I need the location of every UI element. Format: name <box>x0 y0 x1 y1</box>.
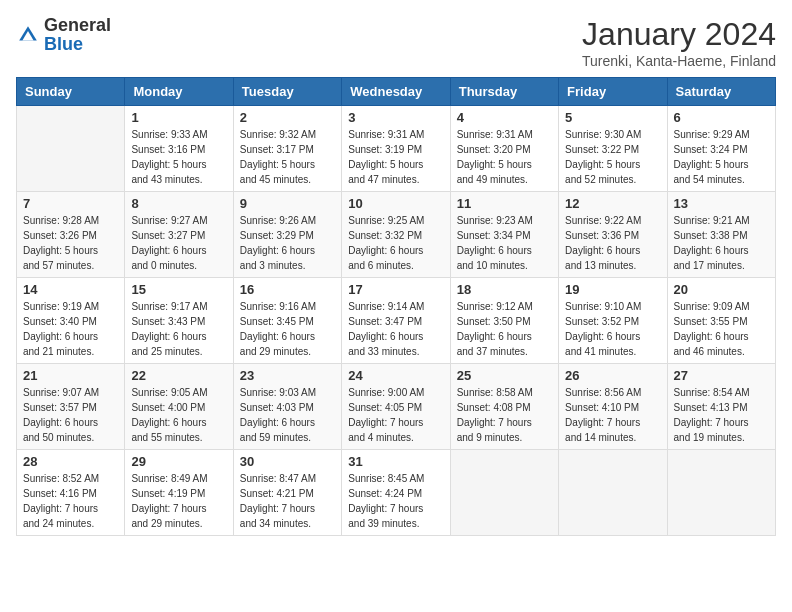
calendar-cell: 15Sunrise: 9:17 AMSunset: 3:43 PMDayligh… <box>125 278 233 364</box>
day-info: Sunrise: 9:10 AMSunset: 3:52 PMDaylight:… <box>565 299 660 359</box>
calendar-cell: 26Sunrise: 8:56 AMSunset: 4:10 PMDayligh… <box>559 364 667 450</box>
calendar-week-row: 28Sunrise: 8:52 AMSunset: 4:16 PMDayligh… <box>17 450 776 536</box>
day-info: Sunrise: 9:29 AMSunset: 3:24 PMDaylight:… <box>674 127 769 187</box>
calendar-cell: 11Sunrise: 9:23 AMSunset: 3:34 PMDayligh… <box>450 192 558 278</box>
day-info: Sunrise: 9:22 AMSunset: 3:36 PMDaylight:… <box>565 213 660 273</box>
day-info: Sunrise: 9:33 AMSunset: 3:16 PMDaylight:… <box>131 127 226 187</box>
day-number: 17 <box>348 282 443 297</box>
day-info: Sunrise: 8:56 AMSunset: 4:10 PMDaylight:… <box>565 385 660 445</box>
day-info: Sunrise: 9:28 AMSunset: 3:26 PMDaylight:… <box>23 213 118 273</box>
day-info: Sunrise: 9:00 AMSunset: 4:05 PMDaylight:… <box>348 385 443 445</box>
logo-text-blue: Blue <box>44 34 83 54</box>
weekday-header: Thursday <box>450 78 558 106</box>
day-number: 30 <box>240 454 335 469</box>
calendar-week-row: 14Sunrise: 9:19 AMSunset: 3:40 PMDayligh… <box>17 278 776 364</box>
calendar-cell: 7Sunrise: 9:28 AMSunset: 3:26 PMDaylight… <box>17 192 125 278</box>
calendar-cell: 4Sunrise: 9:31 AMSunset: 3:20 PMDaylight… <box>450 106 558 192</box>
day-info: Sunrise: 9:07 AMSunset: 3:57 PMDaylight:… <box>23 385 118 445</box>
calendar-cell <box>17 106 125 192</box>
day-number: 14 <box>23 282 118 297</box>
day-number: 27 <box>674 368 769 383</box>
day-info: Sunrise: 9:32 AMSunset: 3:17 PMDaylight:… <box>240 127 335 187</box>
day-number: 12 <box>565 196 660 211</box>
day-info: Sunrise: 9:26 AMSunset: 3:29 PMDaylight:… <box>240 213 335 273</box>
day-number: 5 <box>565 110 660 125</box>
day-info: Sunrise: 9:16 AMSunset: 3:45 PMDaylight:… <box>240 299 335 359</box>
day-number: 9 <box>240 196 335 211</box>
day-number: 23 <box>240 368 335 383</box>
month-title: January 2024 <box>582 16 776 53</box>
calendar-cell: 18Sunrise: 9:12 AMSunset: 3:50 PMDayligh… <box>450 278 558 364</box>
day-number: 18 <box>457 282 552 297</box>
day-info: Sunrise: 8:54 AMSunset: 4:13 PMDaylight:… <box>674 385 769 445</box>
calendar-cell: 17Sunrise: 9:14 AMSunset: 3:47 PMDayligh… <box>342 278 450 364</box>
day-info: Sunrise: 9:21 AMSunset: 3:38 PMDaylight:… <box>674 213 769 273</box>
calendar-cell <box>450 450 558 536</box>
calendar-cell <box>559 450 667 536</box>
logo-text-general: General <box>44 15 111 35</box>
day-info: Sunrise: 8:52 AMSunset: 4:16 PMDaylight:… <box>23 471 118 531</box>
calendar-week-row: 7Sunrise: 9:28 AMSunset: 3:26 PMDaylight… <box>17 192 776 278</box>
day-number: 25 <box>457 368 552 383</box>
day-info: Sunrise: 9:17 AMSunset: 3:43 PMDaylight:… <box>131 299 226 359</box>
day-number: 8 <box>131 196 226 211</box>
calendar-week-row: 21Sunrise: 9:07 AMSunset: 3:57 PMDayligh… <box>17 364 776 450</box>
day-info: Sunrise: 9:19 AMSunset: 3:40 PMDaylight:… <box>23 299 118 359</box>
day-info: Sunrise: 9:25 AMSunset: 3:32 PMDaylight:… <box>348 213 443 273</box>
calendar-cell: 24Sunrise: 9:00 AMSunset: 4:05 PMDayligh… <box>342 364 450 450</box>
day-info: Sunrise: 8:58 AMSunset: 4:08 PMDaylight:… <box>457 385 552 445</box>
day-info: Sunrise: 9:03 AMSunset: 4:03 PMDaylight:… <box>240 385 335 445</box>
weekday-header: Saturday <box>667 78 775 106</box>
day-number: 1 <box>131 110 226 125</box>
calendar-cell: 5Sunrise: 9:30 AMSunset: 3:22 PMDaylight… <box>559 106 667 192</box>
day-number: 22 <box>131 368 226 383</box>
title-block: January 2024 Turenki, Kanta-Haeme, Finla… <box>582 16 776 69</box>
calendar-cell: 20Sunrise: 9:09 AMSunset: 3:55 PMDayligh… <box>667 278 775 364</box>
calendar-cell: 6Sunrise: 9:29 AMSunset: 3:24 PMDaylight… <box>667 106 775 192</box>
calendar-cell: 22Sunrise: 9:05 AMSunset: 4:00 PMDayligh… <box>125 364 233 450</box>
weekday-header: Friday <box>559 78 667 106</box>
day-info: Sunrise: 9:23 AMSunset: 3:34 PMDaylight:… <box>457 213 552 273</box>
day-info: Sunrise: 8:45 AMSunset: 4:24 PMDaylight:… <box>348 471 443 531</box>
day-number: 24 <box>348 368 443 383</box>
weekday-header: Monday <box>125 78 233 106</box>
day-number: 2 <box>240 110 335 125</box>
calendar-cell: 25Sunrise: 8:58 AMSunset: 4:08 PMDayligh… <box>450 364 558 450</box>
calendar-cell: 31Sunrise: 8:45 AMSunset: 4:24 PMDayligh… <box>342 450 450 536</box>
calendar-cell: 30Sunrise: 8:47 AMSunset: 4:21 PMDayligh… <box>233 450 341 536</box>
calendar-cell: 23Sunrise: 9:03 AMSunset: 4:03 PMDayligh… <box>233 364 341 450</box>
day-info: Sunrise: 9:05 AMSunset: 4:00 PMDaylight:… <box>131 385 226 445</box>
day-number: 6 <box>674 110 769 125</box>
day-number: 15 <box>131 282 226 297</box>
day-number: 20 <box>674 282 769 297</box>
day-info: Sunrise: 9:09 AMSunset: 3:55 PMDaylight:… <box>674 299 769 359</box>
day-number: 10 <box>348 196 443 211</box>
logo-icon <box>16 23 40 47</box>
calendar-cell: 14Sunrise: 9:19 AMSunset: 3:40 PMDayligh… <box>17 278 125 364</box>
calendar-cell <box>667 450 775 536</box>
location: Turenki, Kanta-Haeme, Finland <box>582 53 776 69</box>
day-number: 4 <box>457 110 552 125</box>
day-info: Sunrise: 9:14 AMSunset: 3:47 PMDaylight:… <box>348 299 443 359</box>
page-header: General Blue January 2024 Turenki, Kanta… <box>16 16 776 69</box>
calendar-cell: 3Sunrise: 9:31 AMSunset: 3:19 PMDaylight… <box>342 106 450 192</box>
weekday-header: Tuesday <box>233 78 341 106</box>
calendar-week-row: 1Sunrise: 9:33 AMSunset: 3:16 PMDaylight… <box>17 106 776 192</box>
day-number: 16 <box>240 282 335 297</box>
calendar-cell: 27Sunrise: 8:54 AMSunset: 4:13 PMDayligh… <box>667 364 775 450</box>
calendar-cell: 16Sunrise: 9:16 AMSunset: 3:45 PMDayligh… <box>233 278 341 364</box>
calendar-cell: 21Sunrise: 9:07 AMSunset: 3:57 PMDayligh… <box>17 364 125 450</box>
day-info: Sunrise: 8:49 AMSunset: 4:19 PMDaylight:… <box>131 471 226 531</box>
calendar-cell: 29Sunrise: 8:49 AMSunset: 4:19 PMDayligh… <box>125 450 233 536</box>
day-number: 13 <box>674 196 769 211</box>
day-info: Sunrise: 9:30 AMSunset: 3:22 PMDaylight:… <box>565 127 660 187</box>
day-number: 31 <box>348 454 443 469</box>
calendar-cell: 28Sunrise: 8:52 AMSunset: 4:16 PMDayligh… <box>17 450 125 536</box>
weekday-header: Sunday <box>17 78 125 106</box>
logo: General Blue <box>16 16 111 54</box>
day-number: 3 <box>348 110 443 125</box>
day-info: Sunrise: 9:31 AMSunset: 3:19 PMDaylight:… <box>348 127 443 187</box>
calendar-cell: 19Sunrise: 9:10 AMSunset: 3:52 PMDayligh… <box>559 278 667 364</box>
day-number: 29 <box>131 454 226 469</box>
calendar-table: SundayMondayTuesdayWednesdayThursdayFrid… <box>16 77 776 536</box>
